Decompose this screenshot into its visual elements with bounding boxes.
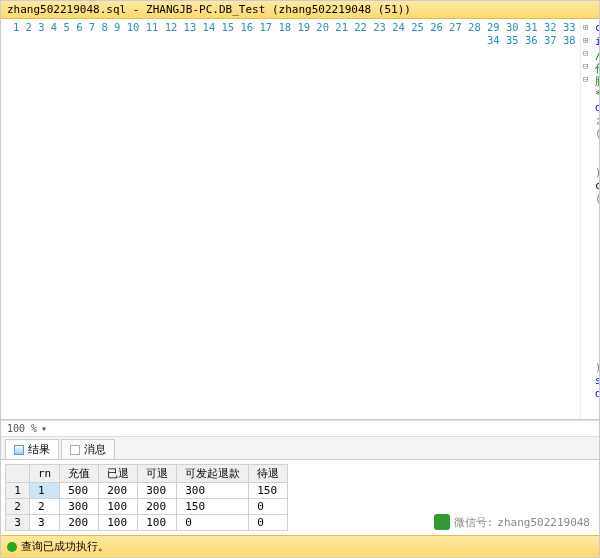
tab-results[interactable]: 结果 [5, 439, 59, 459]
zoom-dropdown-icon[interactable]: ▾ [41, 423, 47, 434]
status-text: 查询已成功执行。 [21, 539, 109, 554]
status-bar: 查询已成功执行。 [1, 535, 599, 557]
messages-icon [70, 445, 80, 455]
success-icon [7, 542, 17, 552]
code-area[interactable]: create table #t...insert into #t(充值, 已退,… [591, 19, 599, 419]
table-row[interactable]: 3320010010000 [6, 515, 288, 531]
fold-column[interactable]: ⊞ ⊞ ⊟ ⊟ ⊟ [581, 19, 591, 419]
result-table[interactable]: rn充值已退可退可发起退款待退1150020030030015022300100… [5, 464, 288, 531]
table-row[interactable]: 11500200300300150 [6, 483, 288, 499]
watermark: 微信号:zhang502219048 [434, 514, 590, 530]
zoom-level: 100 % [7, 423, 37, 434]
line-gutter: 1 2 3 4 5 6 7 8 9 10 11 12 13 14 15 16 1… [1, 19, 581, 419]
zoom-bar: 100 % ▾ [1, 420, 599, 437]
table-row[interactable]: 223001002001500 [6, 499, 288, 515]
wechat-icon [434, 514, 450, 530]
grid-icon [14, 445, 24, 455]
result-tabs: 结果 消息 [1, 437, 599, 460]
tab-messages[interactable]: 消息 [61, 439, 115, 459]
sql-editor[interactable]: 1 2 3 4 5 6 7 8 9 10 11 12 13 14 15 16 1… [1, 19, 599, 420]
window-title: zhang502219048.sql - ZHANGJB-PC.DB_Test … [1, 1, 599, 19]
